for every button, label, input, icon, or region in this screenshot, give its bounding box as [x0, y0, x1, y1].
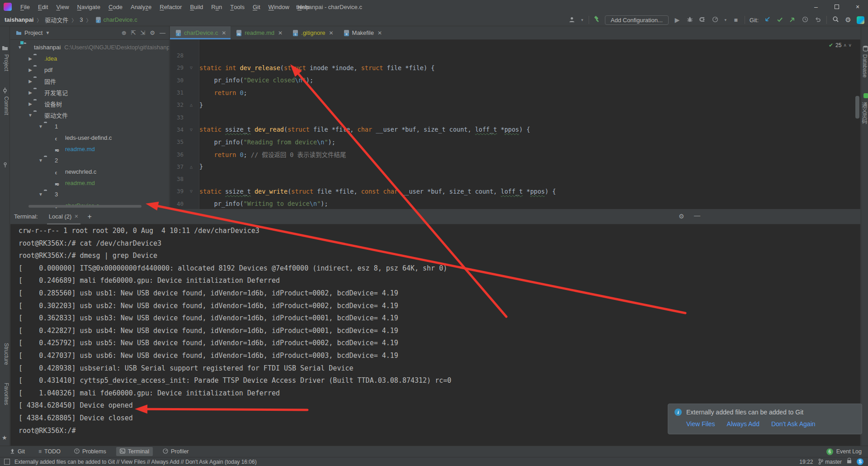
tree-chevron-icon[interactable]: ▶: [27, 79, 33, 84]
tree-item-xxxx[interactable]: ▶开发笔记: [10, 87, 169, 98]
editor-scrollbar[interactable]: [855, 96, 859, 119]
tree-item-leds-user-defind.c[interactable]: Cleds-user-defind.c: [10, 132, 169, 143]
tree-item-2[interactable]: ▼2: [10, 155, 169, 166]
ai-plugin-icon[interactable]: [862, 93, 868, 100]
fold-marker-icon[interactable]: △: [184, 164, 199, 169]
line-number[interactable]: 30: [170, 77, 184, 84]
line-number[interactable]: 37: [170, 163, 184, 170]
event-log-widget[interactable]: 6 Event Log: [826, 448, 862, 455]
line-number[interactable]: 29: [170, 64, 184, 71]
tree-chevron-icon[interactable]: ▼: [38, 192, 44, 197]
menu-window[interactable]: Window: [264, 0, 293, 14]
tree-item-3[interactable]: ▼3: [10, 189, 169, 200]
editor-tab-charDevice.c[interactable]: CcharDevice.c✕: [170, 26, 231, 39]
collapse-all-icon[interactable]: ⇱: [131, 29, 136, 36]
terminal-settings-gear-icon[interactable]: ⚙: [679, 213, 684, 220]
stripe-label-favorites[interactable]: Favorites: [0, 383, 9, 405]
line-number[interactable]: 28: [170, 52, 184, 59]
stripe-label-project[interactable]: Project: [0, 54, 9, 71]
inspections-widget[interactable]: ✔ 25 ˄ ˅: [829, 42, 851, 48]
build-hammer-icon[interactable]: [594, 16, 600, 24]
minimize-button[interactable]: –: [806, 0, 826, 14]
bottom-tab-todo[interactable]: ≡TODO: [35, 447, 64, 456]
stripe-label-ai-plugin[interactable]: 通义灵码: [861, 102, 868, 124]
tree-chevron-icon[interactable]: ▶: [27, 56, 33, 61]
prev-problem-icon[interactable]: ˄: [844, 43, 846, 48]
menu-tools[interactable]: Tools: [226, 0, 249, 14]
git-branch-widget[interactable]: master: [818, 459, 842, 465]
project-horizontal-scrollbar[interactable]: [28, 205, 142, 208]
commit-toolwindow-icon[interactable]: [1, 87, 9, 95]
stripe-label-database[interactable]: Database: [861, 54, 868, 77]
menu-build[interactable]: Build: [186, 0, 207, 14]
git-push-icon[interactable]: [788, 16, 797, 24]
profile-avatar-icon[interactable]: [857, 16, 864, 24]
settings-gear-icon[interactable]: ⚙: [844, 16, 852, 24]
new-terminal-icon[interactable]: +: [88, 213, 92, 221]
line-number[interactable]: 31: [170, 89, 184, 96]
menu-code[interactable]: Code: [104, 0, 127, 14]
terminal-tab-close-icon[interactable]: ✕: [74, 214, 78, 219]
menu-git[interactable]: Git: [249, 0, 264, 14]
history-clock-icon[interactable]: [801, 16, 809, 24]
breadcrumb-item[interactable]: CcharDevice.c: [94, 16, 137, 24]
tree-chevron-icon[interactable]: ▼: [38, 124, 44, 129]
add-configuration-button[interactable]: Add Configuration...: [605, 15, 669, 25]
editor-tab-readme.md[interactable]: MDreadme.md✕: [231, 26, 287, 39]
tree-chevron-icon[interactable]: ▼: [27, 113, 33, 118]
tree-chevron-icon[interactable]: ▼: [17, 45, 23, 50]
tab-close-icon[interactable]: ✕: [329, 30, 334, 36]
profiler-icon[interactable]: [711, 16, 719, 24]
tree-item-xxx[interactable]: ▶设备树: [10, 98, 169, 109]
stripe-label-commit[interactable]: Commit: [0, 96, 9, 115]
tree-item-xx[interactable]: ▶固件: [10, 76, 169, 87]
stop-icon[interactable]: ■: [732, 16, 740, 24]
line-number[interactable]: 34: [170, 126, 184, 133]
bottom-tab-problems[interactable]: Problems: [71, 447, 110, 456]
fold-marker-icon[interactable]: ▽: [184, 65, 199, 70]
fold-marker-icon[interactable]: △: [184, 102, 199, 107]
maximize-button[interactable]: [826, 0, 847, 14]
tree-item-readme.md[interactable]: MDreadme.md: [10, 177, 169, 189]
run-icon[interactable]: ▶: [673, 16, 681, 24]
git-update-icon[interactable]: [763, 16, 771, 24]
search-icon[interactable]: [831, 16, 840, 24]
notification-action-always-add[interactable]: Always Add: [727, 420, 760, 428]
tab-close-icon[interactable]: ✕: [222, 30, 226, 36]
tree-item-pdf[interactable]: ▶pdf: [10, 64, 169, 76]
menu-navigate[interactable]: Navigate: [73, 0, 104, 14]
line-number[interactable]: 36: [170, 151, 184, 158]
fold-marker-icon[interactable]: ▽: [184, 189, 199, 194]
menu-view[interactable]: View: [52, 0, 73, 14]
git-commit-check-icon[interactable]: [776, 16, 784, 24]
tab-close-icon[interactable]: ✕: [377, 30, 382, 36]
menu-refactor[interactable]: Refactor: [156, 0, 186, 14]
tree-item-taishanpai[interactable]: ▼taishanpaiC:\Users\QINGJUE\Desktop\git\…: [10, 42, 169, 53]
line-number[interactable]: 38: [170, 176, 184, 182]
locate-file-icon[interactable]: ⊕: [122, 29, 127, 36]
coverage-icon[interactable]: [698, 16, 707, 24]
tree-item-charDevice.c[interactable]: CcharDevice.c: [10, 200, 169, 209]
expand-settings-icon[interactable]: ⇲: [140, 29, 145, 36]
close-button[interactable]: ×: [847, 0, 868, 14]
panel-settings-gear-icon[interactable]: ⚙: [150, 29, 155, 36]
bottom-tab-terminal[interactable]: Terminal: [116, 447, 153, 456]
tree-chevron-icon[interactable]: ▼: [38, 158, 44, 163]
favorites-star-icon[interactable]: ★: [2, 434, 7, 441]
editor-tab-.gitignore[interactable]: G.gitignore✕: [287, 26, 338, 39]
line-number[interactable]: 32: [170, 101, 184, 108]
tree-item-xxxx[interactable]: ▼驱动文件: [10, 109, 169, 121]
user-icon[interactable]: [568, 16, 576, 24]
code-editor[interactable]: 2829▽static int dev_release(struct inode…: [170, 40, 860, 209]
editor-tab-Makefile[interactable]: MMakefile✕: [338, 26, 387, 39]
breadcrumb-item[interactable]: 驱动文件: [45, 15, 68, 24]
tab-close-icon[interactable]: ✕: [278, 30, 283, 36]
lock-icon[interactable]: [847, 460, 851, 463]
tree-item-newchrled.c[interactable]: Cnewchrled.c: [10, 166, 169, 177]
tree-item-.idea[interactable]: ▶.idea: [10, 53, 169, 64]
next-problem-icon[interactable]: ˅: [849, 43, 851, 48]
menu-run[interactable]: Run: [207, 0, 226, 14]
rollback-icon[interactable]: [814, 16, 822, 24]
project-panel-title[interactable]: Project: [24, 29, 42, 36]
breadcrumb-item[interactable]: taishanpai: [5, 16, 33, 23]
